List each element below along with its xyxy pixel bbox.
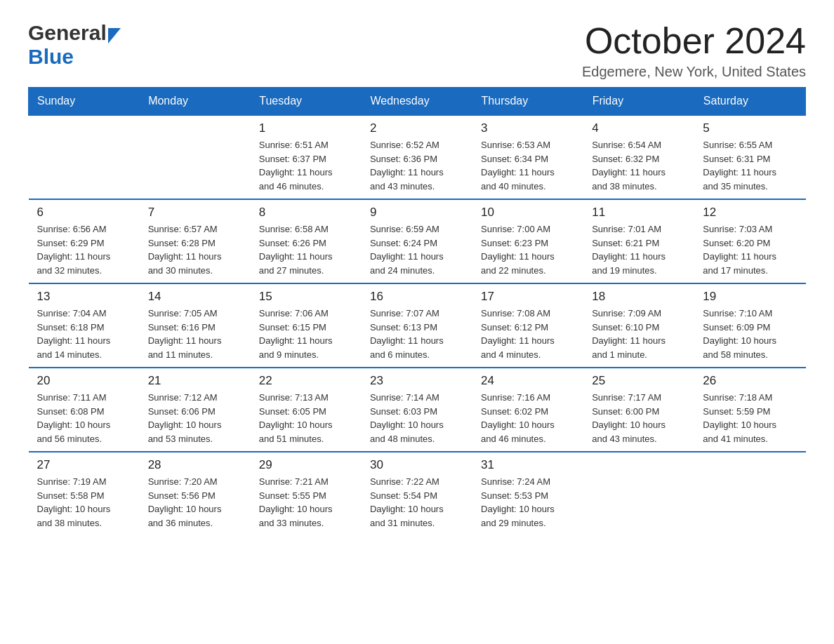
day-info: Sunrise: 6:56 AM Sunset: 6:29 PM Dayligh… (37, 222, 131, 277)
header-thursday: Thursday (472, 88, 583, 116)
day-info: Sunrise: 7:24 AM Sunset: 5:53 PM Dayligh… (481, 475, 575, 530)
day-number: 19 (703, 290, 797, 304)
calendar-cell: 6Sunrise: 6:56 AM Sunset: 6:29 PM Daylig… (29, 199, 140, 283)
day-number: 23 (370, 374, 464, 388)
day-info: Sunrise: 7:12 AM Sunset: 6:06 PM Dayligh… (148, 391, 242, 445)
day-number: 25 (592, 374, 686, 388)
day-info: Sunrise: 7:19 AM Sunset: 5:58 PM Dayligh… (37, 475, 131, 530)
day-info: Sunrise: 6:55 AM Sunset: 6:31 PM Dayligh… (703, 138, 797, 193)
day-number: 2 (370, 121, 464, 135)
day-info: Sunrise: 7:11 AM Sunset: 6:08 PM Dayligh… (37, 391, 131, 445)
calendar-cell: 19Sunrise: 7:10 AM Sunset: 6:09 PM Dayli… (694, 283, 805, 368)
day-number: 24 (481, 374, 575, 388)
day-info: Sunrise: 7:03 AM Sunset: 6:20 PM Dayligh… (703, 222, 797, 277)
day-number: 12 (703, 206, 797, 220)
day-number: 14 (148, 290, 242, 304)
day-number: 10 (481, 206, 575, 220)
calendar-cell: 23Sunrise: 7:14 AM Sunset: 6:03 PM Dayli… (362, 368, 472, 452)
logo-blue-text: Blue (28, 45, 74, 69)
day-number: 31 (481, 458, 575, 472)
day-info: Sunrise: 7:00 AM Sunset: 6:23 PM Dayligh… (481, 222, 575, 277)
day-info: Sunrise: 7:20 AM Sunset: 5:56 PM Dayligh… (148, 475, 242, 530)
calendar-cell: 9Sunrise: 6:59 AM Sunset: 6:24 PM Daylig… (362, 199, 472, 283)
day-info: Sunrise: 7:18 AM Sunset: 5:59 PM Dayligh… (703, 391, 797, 445)
calendar-cell: 12Sunrise: 7:03 AM Sunset: 6:20 PM Dayli… (694, 199, 805, 283)
calendar-cell (140, 115, 251, 199)
day-info: Sunrise: 7:09 AM Sunset: 6:10 PM Dayligh… (592, 307, 686, 361)
logo-general-text: General (28, 21, 107, 45)
day-info: Sunrise: 7:07 AM Sunset: 6:13 PM Dayligh… (370, 307, 464, 361)
day-number: 5 (703, 121, 797, 135)
calendar-cell: 28Sunrise: 7:20 AM Sunset: 5:56 PM Dayli… (140, 452, 251, 535)
day-number: 17 (481, 290, 575, 304)
calendar-cell: 13Sunrise: 7:04 AM Sunset: 6:18 PM Dayli… (29, 283, 140, 368)
calendar-cell (29, 115, 140, 199)
day-info: Sunrise: 6:59 AM Sunset: 6:24 PM Dayligh… (370, 222, 464, 277)
calendar-cell: 2Sunrise: 6:52 AM Sunset: 6:36 PM Daylig… (362, 115, 472, 199)
calendar-cell: 20Sunrise: 7:11 AM Sunset: 6:08 PM Dayli… (29, 368, 140, 452)
calendar-cell: 5Sunrise: 6:55 AM Sunset: 6:31 PM Daylig… (694, 115, 805, 199)
calendar-cell: 17Sunrise: 7:08 AM Sunset: 6:12 PM Dayli… (472, 283, 583, 368)
day-info: Sunrise: 7:16 AM Sunset: 6:02 PM Dayligh… (481, 391, 575, 445)
title-section: October 2024 Edgemere, New York, United … (582, 21, 806, 80)
calendar-cell: 22Sunrise: 7:13 AM Sunset: 6:05 PM Dayli… (251, 368, 362, 452)
calendar-cell: 4Sunrise: 6:54 AM Sunset: 6:32 PM Daylig… (583, 115, 694, 199)
calendar-cell (694, 452, 805, 535)
calendar-week-row: 20Sunrise: 7:11 AM Sunset: 6:08 PM Dayli… (29, 368, 806, 452)
day-number: 13 (37, 290, 131, 304)
calendar-cell: 1Sunrise: 6:51 AM Sunset: 6:37 PM Daylig… (251, 115, 362, 199)
day-number: 4 (592, 121, 686, 135)
calendar-header-row: SundayMondayTuesdayWednesdayThursdayFrid… (29, 88, 806, 116)
day-info: Sunrise: 6:54 AM Sunset: 6:32 PM Dayligh… (592, 138, 686, 193)
day-number: 1 (259, 121, 353, 135)
header-wednesday: Wednesday (362, 88, 472, 116)
calendar-cell: 3Sunrise: 6:53 AM Sunset: 6:34 PM Daylig… (472, 115, 583, 199)
day-number: 15 (259, 290, 353, 304)
calendar-week-row: 27Sunrise: 7:19 AM Sunset: 5:58 PM Dayli… (29, 452, 806, 535)
calendar-cell: 27Sunrise: 7:19 AM Sunset: 5:58 PM Dayli… (29, 452, 140, 535)
day-number: 21 (148, 374, 242, 388)
calendar-cell: 10Sunrise: 7:00 AM Sunset: 6:23 PM Dayli… (472, 199, 583, 283)
day-info: Sunrise: 6:52 AM Sunset: 6:36 PM Dayligh… (370, 138, 464, 193)
calendar-table: SundayMondayTuesdayWednesdayThursdayFrid… (28, 87, 806, 535)
calendar-cell: 25Sunrise: 7:17 AM Sunset: 6:00 PM Dayli… (583, 368, 694, 452)
calendar-cell: 16Sunrise: 7:07 AM Sunset: 6:13 PM Dayli… (362, 283, 472, 368)
calendar-cell: 11Sunrise: 7:01 AM Sunset: 6:21 PM Dayli… (583, 199, 694, 283)
day-info: Sunrise: 7:08 AM Sunset: 6:12 PM Dayligh… (481, 307, 575, 361)
day-number: 27 (37, 458, 131, 472)
day-info: Sunrise: 7:22 AM Sunset: 5:54 PM Dayligh… (370, 475, 464, 530)
day-info: Sunrise: 7:10 AM Sunset: 6:09 PM Dayligh… (703, 307, 797, 361)
day-info: Sunrise: 6:53 AM Sunset: 6:34 PM Dayligh… (481, 138, 575, 193)
day-number: 30 (370, 458, 464, 472)
calendar-cell: 24Sunrise: 7:16 AM Sunset: 6:02 PM Dayli… (472, 368, 583, 452)
day-number: 29 (259, 458, 353, 472)
day-info: Sunrise: 7:14 AM Sunset: 6:03 PM Dayligh… (370, 391, 464, 445)
calendar-cell: 30Sunrise: 7:22 AM Sunset: 5:54 PM Dayli… (362, 452, 472, 535)
day-info: Sunrise: 6:51 AM Sunset: 6:37 PM Dayligh… (259, 138, 353, 193)
calendar-cell: 18Sunrise: 7:09 AM Sunset: 6:10 PM Dayli… (583, 283, 694, 368)
calendar-cell: 26Sunrise: 7:18 AM Sunset: 5:59 PM Dayli… (694, 368, 805, 452)
day-number: 3 (481, 121, 575, 135)
day-info: Sunrise: 7:21 AM Sunset: 5:55 PM Dayligh… (259, 475, 353, 530)
calendar-week-row: 6Sunrise: 6:56 AM Sunset: 6:29 PM Daylig… (29, 199, 806, 283)
logo-arrow-icon (108, 28, 121, 43)
calendar-week-row: 1Sunrise: 6:51 AM Sunset: 6:37 PM Daylig… (29, 115, 806, 199)
calendar-cell: 21Sunrise: 7:12 AM Sunset: 6:06 PM Dayli… (140, 368, 251, 452)
day-info: Sunrise: 6:58 AM Sunset: 6:26 PM Dayligh… (259, 222, 353, 277)
day-info: Sunrise: 6:57 AM Sunset: 6:28 PM Dayligh… (148, 222, 242, 277)
page-title: October 2024 (582, 21, 806, 61)
logo: General Blue (28, 21, 121, 69)
day-number: 6 (37, 206, 131, 220)
calendar-cell (583, 452, 694, 535)
header-sunday: Sunday (29, 88, 140, 116)
day-info: Sunrise: 7:17 AM Sunset: 6:00 PM Dayligh… (592, 391, 686, 445)
header-friday: Friday (583, 88, 694, 116)
day-info: Sunrise: 7:06 AM Sunset: 6:15 PM Dayligh… (259, 307, 353, 361)
header-tuesday: Tuesday (251, 88, 362, 116)
calendar-cell: 7Sunrise: 6:57 AM Sunset: 6:28 PM Daylig… (140, 199, 251, 283)
day-number: 28 (148, 458, 242, 472)
day-number: 16 (370, 290, 464, 304)
calendar-cell: 14Sunrise: 7:05 AM Sunset: 6:16 PM Dayli… (140, 283, 251, 368)
page-subtitle: Edgemere, New York, United States (582, 64, 806, 80)
day-number: 20 (37, 374, 131, 388)
